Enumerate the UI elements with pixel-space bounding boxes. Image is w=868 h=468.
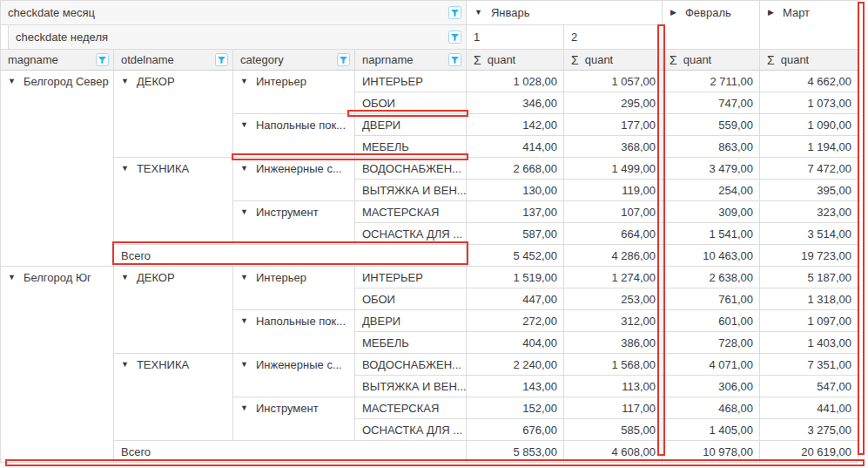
collapse-icon[interactable]: ▼ xyxy=(240,78,248,85)
collapse-icon[interactable]: ▼ xyxy=(240,121,248,129)
row-group-category[interactable]: ▼Интерьер xyxy=(233,267,355,310)
row-naprname: ОСНАСТКА ДЛЯ ... xyxy=(355,419,467,441)
measure-header[interactable]: Σquant xyxy=(467,50,564,71)
row-group-magname[interactable]: ▼Белгород Север xyxy=(1,71,114,267)
collapse-icon[interactable]: ▼ xyxy=(240,361,248,369)
measure-header[interactable]: Σquant xyxy=(564,50,663,71)
row-group-category[interactable]: ▼Напольные пок... xyxy=(233,310,355,354)
filter-field-month[interactable]: checkdate месяц xyxy=(1,1,467,25)
row-naprname: ВЫТЯЖКА И ВЕН... xyxy=(355,180,467,201)
value-cell: 4 286,00 xyxy=(564,245,663,267)
measure-header[interactable]: Σquant xyxy=(663,50,760,71)
row-group-category[interactable]: ▼Интерьер xyxy=(233,71,355,114)
filter-icon-week[interactable] xyxy=(448,31,461,44)
row-group-category-label: Напольные пок... xyxy=(256,119,346,132)
value-cell: 137,00 xyxy=(467,201,564,223)
row-naprname: МАСТЕРСКАЯ xyxy=(355,201,467,223)
measure-label: quant xyxy=(585,53,614,66)
collapse-icon[interactable]: ▼ xyxy=(121,165,129,173)
value-cell: 142,00 xyxy=(467,114,564,136)
filter-icon-naprname[interactable] xyxy=(448,53,461,66)
value-cell: 2 638,00 xyxy=(663,267,760,288)
field-otdelname-label: otdelname xyxy=(121,53,174,66)
row-group-category[interactable]: ▼Инструмент xyxy=(233,397,355,441)
row-group-otdelname-label: ДЕКОР xyxy=(137,75,175,88)
field-naprname[interactable]: naprname xyxy=(355,50,467,71)
collapse-icon[interactable]: ▼ xyxy=(8,78,16,85)
field-otdelname[interactable]: otdelname xyxy=(114,50,233,71)
value-cell: 4 662,00 xyxy=(760,71,858,92)
row-naprname: ВЫТЯЖКА И ВЕН... xyxy=(355,376,467,397)
value-cell: 10 978,00 xyxy=(663,441,760,463)
table-row: ▼Белгород Север▼ДЕКОР▼ИнтерьерИНТЕРЬЕР1 … xyxy=(1,71,858,92)
column-week-1[interactable]: 1 xyxy=(467,25,564,50)
collapse-icon[interactable]: ▼ xyxy=(121,361,129,369)
collapse-icon[interactable]: ▼ xyxy=(121,78,129,85)
value-cell: 404,00 xyxy=(467,332,564,354)
sigma-icon: Σ xyxy=(670,53,677,67)
row-group-category[interactable]: ▼Инструмент xyxy=(233,201,355,245)
column-month-0[interactable]: ▼Январь xyxy=(467,1,663,25)
collapse-icon[interactable]: ▼ xyxy=(240,208,248,216)
value-cell: 1 568,00 xyxy=(564,354,663,376)
pivot-body: ▼Белгород Север▼ДЕКОР▼ИнтерьерИНТЕРЬЕР1 … xyxy=(1,71,858,463)
measure-label: quant xyxy=(488,53,516,66)
collapse-icon[interactable]: ▼ xyxy=(240,274,248,281)
row-naprname: ВОДОСНАБЖЕН... xyxy=(355,354,467,376)
field-category[interactable]: category xyxy=(233,50,355,71)
value-cell: 747,00 xyxy=(663,92,760,114)
value-cell: 3 514,00 xyxy=(760,223,858,245)
value-cell: 143,00 xyxy=(467,376,564,397)
row-group-category[interactable]: ▼Напольные пок... xyxy=(233,114,355,158)
value-cell: 272,00 xyxy=(467,310,564,332)
filter-field-week[interactable]: checkdate неделя xyxy=(1,25,467,50)
field-magname[interactable]: magname xyxy=(1,50,114,71)
collapse-icon[interactable]: ▼ xyxy=(474,9,482,17)
row-naprname: ДВЕРИ xyxy=(355,310,467,332)
row-naprname: МЕБЕЛЬ xyxy=(355,136,467,158)
column-month-2[interactable]: ▶Март xyxy=(760,1,858,50)
collapse-icon[interactable]: ▼ xyxy=(240,317,248,325)
value-cell: 664,00 xyxy=(564,223,663,245)
filter-icon-category[interactable] xyxy=(337,53,350,66)
row-group-category[interactable]: ▼Инженерные с... xyxy=(233,158,355,201)
row-group-otdelname[interactable]: ▼ТЕХНИКА xyxy=(114,354,233,441)
measure-label: quant xyxy=(683,53,712,66)
annotation-divider-right-edge xyxy=(858,2,865,455)
column-month-1[interactable]: ▶Февраль xyxy=(663,1,760,50)
row-group-otdelname[interactable]: ▼ДЕКОР xyxy=(114,267,233,354)
column-week-2[interactable]: 2 xyxy=(564,25,663,50)
value-cell: 547,00 xyxy=(760,376,858,397)
value-cell: 585,00 xyxy=(564,419,663,441)
expand-icon[interactable]: ▶ xyxy=(670,9,676,17)
value-cell: 559,00 xyxy=(663,114,760,136)
measure-header[interactable]: Σquant xyxy=(760,50,858,71)
row-group-otdelname[interactable]: ▼ДЕКОР xyxy=(114,71,233,158)
value-cell: 5 452,00 xyxy=(467,245,564,267)
collapse-icon[interactable]: ▼ xyxy=(240,404,248,412)
value-cell: 1 405,00 xyxy=(663,419,760,441)
value-cell: 177,00 xyxy=(564,114,663,136)
value-cell: 130,00 xyxy=(467,180,564,201)
row-group-category-label: Инженерные с... xyxy=(256,162,342,175)
expand-icon[interactable]: ▶ xyxy=(768,9,774,17)
row-group-category[interactable]: ▼Инженерные с... xyxy=(233,354,355,397)
filter-icon-month[interactable] xyxy=(448,6,461,19)
collapse-icon[interactable]: ▼ xyxy=(8,274,16,281)
row-group-magname[interactable]: ▼Белгород Юг xyxy=(1,267,114,463)
row-group-magname-label: Белгород Север xyxy=(24,75,109,88)
collapse-icon[interactable]: ▼ xyxy=(240,165,248,173)
value-cell: 447,00 xyxy=(467,288,564,310)
filter-icon-magname[interactable] xyxy=(96,53,109,66)
column-month-label: Февраль xyxy=(685,6,731,19)
row-naprname: ДВЕРИ xyxy=(355,114,467,136)
sigma-icon: Σ xyxy=(767,53,775,67)
value-cell: 368,00 xyxy=(564,136,663,158)
collapse-icon[interactable]: ▼ xyxy=(121,274,129,281)
row-group-otdelname[interactable]: ▼ТЕХНИКА xyxy=(114,158,233,245)
table-row: ▼ТЕХНИКА▼Инженерные с...ВОДОСНАБЖЕН...2 … xyxy=(1,158,858,180)
row-group-category-label: Интерьер xyxy=(256,75,306,88)
filter-icon-otdelname[interactable] xyxy=(215,53,228,66)
value-cell: 7 472,00 xyxy=(760,158,858,180)
total-row: Всего5 853,004 608,0010 978,0020 619,00 xyxy=(1,441,858,463)
